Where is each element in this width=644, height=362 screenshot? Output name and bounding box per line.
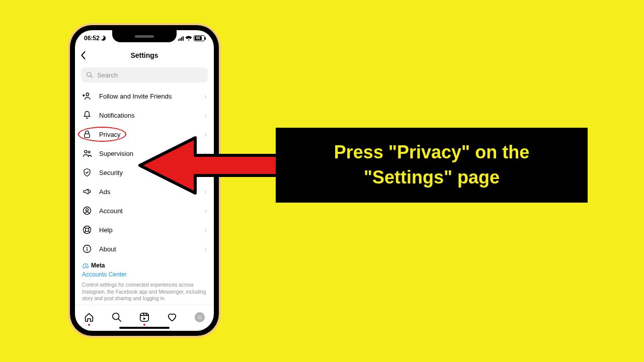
svg-point-5 [88,151,90,153]
settings-row-follow-invite[interactable]: Follow and Invite Friends › [75,86,214,106]
info-icon [82,244,92,254]
back-button[interactable] [80,51,86,60]
tab-search[interactable] [111,312,122,323]
svg-point-7 [86,209,89,211]
settings-row-ads[interactable]: Ads › [75,182,214,201]
people-icon [82,148,92,158]
bell-icon [82,110,92,120]
phone-screen: 06:52 68 Settings Search [75,30,214,331]
row-label: Ads [99,188,197,196]
chevron-right-icon: › [204,92,207,100]
svg-line-1 [91,76,93,78]
row-label: Follow and Invite Friends [99,93,197,100]
chevron-right-icon: › [204,188,207,196]
bottom-tab-bar [75,305,214,331]
search-icon [111,312,122,323]
tab-home[interactable] [84,312,95,323]
svg-line-13 [118,319,121,321]
chevron-right-icon: › [204,168,207,176]
shield-icon [82,167,92,177]
row-label: Account [99,207,197,215]
chevron-right-icon: › [204,226,207,234]
settings-row-help[interactable]: Help › [75,220,214,239]
settings-row-security[interactable]: Security › [75,163,214,182]
chevron-right-icon: › [204,245,207,253]
do-not-disturb-icon [101,36,106,41]
settings-row-privacy[interactable]: Privacy › [75,125,214,144]
row-label: Privacy [99,131,197,138]
chevron-right-icon: › [204,130,207,138]
settings-row-about[interactable]: About › [75,239,214,258]
add-person-icon [82,91,92,101]
tab-profile[interactable] [194,312,205,323]
person-circle-icon [82,206,92,216]
reels-icon [139,312,150,323]
row-label: Security [99,169,197,176]
row-label: Help [99,226,197,234]
profile-avatar-icon [195,312,205,322]
tab-activity[interactable] [167,312,178,323]
heart-icon [167,312,178,323]
row-label: About [99,245,197,253]
meta-section: Meta Accounts Center Control settings fo… [75,258,214,302]
svg-point-11 [87,247,88,248]
page-title: Settings [130,51,158,59]
settings-row-supervision[interactable]: Supervision › [75,144,214,163]
meta-logo-icon [82,262,89,269]
cellular-signal-icon [178,36,184,41]
search-icon [86,71,93,78]
instruction-text: Press "Privacy" on the "Settings" page [334,142,529,188]
svg-rect-3 [85,134,90,138]
svg-rect-14 [140,313,149,321]
notification-dot [143,324,145,326]
search-placeholder: Search [97,71,118,79]
lock-icon [82,129,92,139]
meta-brand-label: Meta [91,261,105,269]
settings-list: Follow and Invite Friends › Notification… [75,86,214,305]
instruction-callout: Press "Privacy" on the "Settings" page [276,128,588,203]
svg-point-2 [86,93,89,96]
chevron-right-icon: › [204,207,207,215]
phone-frame: 06:52 68 Settings Search [68,23,221,338]
wifi-icon [185,36,192,41]
settings-row-notifications[interactable]: Notifications › [75,106,214,125]
chevron-right-icon: › [204,111,207,119]
accounts-center-link[interactable]: Accounts Center [82,270,207,279]
nav-bar: Settings [75,46,214,64]
meta-description: Control settings for connected experienc… [82,282,207,302]
tab-reels[interactable] [139,312,150,323]
row-label: Supervision [99,150,197,157]
chevron-right-icon: › [204,149,207,157]
phone-bezel: 06:52 68 Settings Search [70,25,219,336]
home-indicator [119,327,170,329]
row-label: Notifications [99,112,197,119]
phone-notch [112,30,177,42]
search-input[interactable]: Search [81,67,208,82]
home-icon [84,312,95,323]
svg-point-4 [85,150,87,153]
svg-point-9 [86,228,89,232]
notification-dot [88,324,90,326]
lifebuoy-icon [82,225,92,235]
chevron-left-icon [80,51,86,60]
settings-row-account[interactable]: Account › [75,201,214,220]
megaphone-icon [82,187,92,197]
status-time: 06:52 [84,35,100,42]
battery-icon: 68 [194,35,205,41]
